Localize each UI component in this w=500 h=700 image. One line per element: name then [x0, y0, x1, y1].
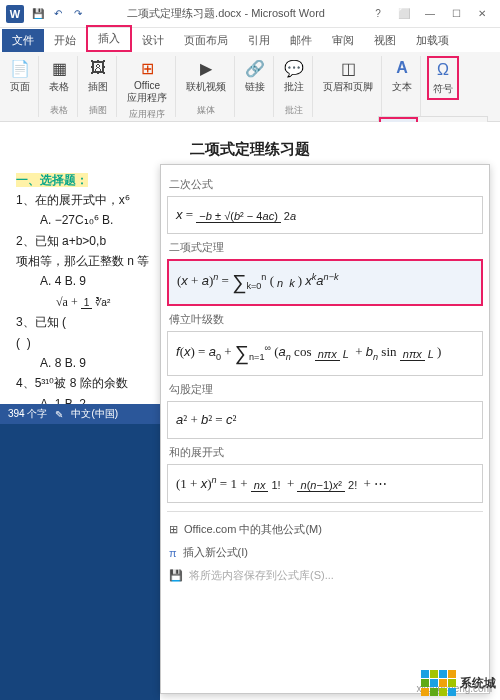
office-apps-button[interactable]: ⊞Office 应用程序	[123, 56, 171, 107]
picture-icon: 🖼	[88, 58, 108, 78]
text-button[interactable]: A文本	[388, 56, 416, 96]
tab-mail[interactable]: 邮件	[280, 29, 322, 52]
group-label: 插图	[89, 104, 107, 117]
eq-fourier[interactable]: f(x) = a0 + ∑n=1∞ (an cos nπxL + bn sin …	[167, 331, 483, 376]
more-equations-office[interactable]: ⊞Office.com 中的其他公式(M)	[167, 518, 483, 541]
header-footer-button[interactable]: ◫页眉和页脚	[319, 56, 377, 96]
tab-file[interactable]: 文件	[2, 29, 44, 52]
eq-gallery-footer: ⊞Office.com 中的其他公式(M) π插入新公式(I) 💾将所选内容保存…	[167, 511, 483, 587]
minimize-icon[interactable]: —	[418, 5, 442, 23]
group-pages: 📄页面	[2, 56, 39, 117]
link-icon: 🔗	[245, 58, 265, 78]
table-button[interactable]: ▦表格	[45, 56, 73, 96]
tab-review[interactable]: 审阅	[322, 29, 364, 52]
video-icon: ▶	[196, 58, 216, 78]
save-icon: 💾	[169, 569, 183, 582]
group-apps: ⊞Office 应用程序 应用程序	[119, 56, 176, 117]
eq-category-pythag: 勾股定理	[169, 382, 481, 397]
table-icon: ▦	[49, 58, 69, 78]
app-background	[0, 424, 160, 700]
eq-expansion[interactable]: (1 + x)n = 1 + nx1! + n(n−1)x²2! + ⋯	[167, 464, 483, 503]
equation-gallery: 二次公式 x = −b ± √(b² − 4ac)2a 二项式定理 (x + a…	[160, 164, 490, 694]
comment-icon: 💬	[284, 58, 304, 78]
online-video-button[interactable]: ▶联机视频	[182, 56, 230, 96]
help-icon[interactable]: ?	[366, 5, 390, 23]
page-title: 二项式定理练习题	[16, 136, 484, 162]
group-label: 批注	[285, 104, 303, 117]
status-bar: 394 个字 ✎ 中文(中国)	[0, 404, 160, 424]
group-tables: ▦表格 表格	[41, 56, 78, 117]
group-text: A文本	[384, 56, 421, 117]
quick-access-toolbar: 💾 ↶ ↷	[30, 6, 86, 22]
redo-icon[interactable]: ↷	[70, 6, 86, 22]
office-icon: ⊞	[169, 523, 178, 536]
close-icon[interactable]: ✕	[470, 5, 494, 23]
save-icon[interactable]: 💾	[30, 6, 46, 22]
maximize-icon[interactable]: ☐	[444, 5, 468, 23]
illus-button[interactable]: 🖼插图	[84, 56, 112, 96]
page-icon: 📄	[10, 58, 30, 78]
ribbon-display-icon[interactable]: ⬜	[392, 5, 416, 23]
comment-button[interactable]: 💬批注	[280, 56, 308, 96]
language[interactable]: 中文(中国)	[71, 407, 118, 421]
eq-pythag[interactable]: a² + b² = c²	[167, 401, 483, 439]
proofing-icon[interactable]: ✎	[55, 409, 63, 420]
group-comments: 💬批注 批注	[276, 56, 313, 117]
tab-design[interactable]: 设计	[132, 29, 174, 52]
section-heading: 一、选择题：	[16, 173, 88, 187]
eq-category-fourier: 傅立叶级数	[169, 312, 481, 327]
pi-icon: π	[169, 547, 177, 559]
eq-category-quadratic: 二次公式	[169, 177, 481, 192]
group-label: 表格	[50, 104, 68, 117]
text-icon: A	[392, 58, 412, 78]
group-illustrations: 🖼插图 插图	[80, 56, 117, 117]
ribbon-tabs: 文件 开始 插入 设计 页面布局 引用 邮件 审阅 视图 加载项	[0, 28, 500, 52]
group-media: ▶联机视频 媒体	[178, 56, 235, 117]
apps-icon: ⊞	[137, 58, 157, 78]
logo-squares-icon	[421, 670, 456, 696]
insert-new-equation[interactable]: π插入新公式(I)	[167, 541, 483, 564]
eq-category-expansion: 和的展开式	[169, 445, 481, 460]
group-links: 🔗链接	[237, 56, 274, 117]
eq-quadratic[interactable]: x = −b ± √(b² − 4ac)2a	[167, 196, 483, 234]
group-label: 媒体	[197, 104, 215, 117]
ribbon: 📄页面 ▦表格 表格 🖼插图 插图 ⊞Office 应用程序 应用程序 ▶联机视…	[0, 52, 500, 122]
tab-addin[interactable]: 加载项	[406, 29, 459, 52]
word-icon: W	[6, 5, 24, 23]
symbol-button[interactable]: Ω符号	[427, 56, 459, 100]
save-to-gallery: 💾将所选内容保存到公式库(S)...	[167, 564, 483, 587]
window-controls: ? ⬜ — ☐ ✕	[366, 5, 494, 23]
tab-view[interactable]: 视图	[364, 29, 406, 52]
omega-icon: Ω	[433, 60, 453, 80]
word-count[interactable]: 394 个字	[8, 407, 47, 421]
logo-text: 系统城	[460, 675, 496, 692]
tab-layout[interactable]: 页面布局	[174, 29, 238, 52]
group-label: 应用程序	[129, 108, 165, 121]
eq-binomial[interactable]: (x + a)n = ∑k=0n (nk) xkan−k	[167, 259, 483, 306]
eq-category-binomial: 二项式定理	[169, 240, 481, 255]
window-title: 二项式定理练习题.docx - Microsoft Word	[86, 6, 366, 21]
logo-corner: 系统城	[421, 670, 496, 696]
links-button[interactable]: 🔗链接	[241, 56, 269, 96]
titlebar: W 💾 ↶ ↷ 二项式定理练习题.docx - Microsoft Word ?…	[0, 0, 500, 28]
tab-insert[interactable]: 插入	[86, 25, 132, 52]
group-symbols: Ω符号	[423, 56, 463, 117]
group-header-footer: ◫页眉和页脚	[315, 56, 382, 117]
pages-button[interactable]: 📄页面	[6, 56, 34, 96]
header-icon: ◫	[338, 58, 358, 78]
undo-icon[interactable]: ↶	[50, 6, 66, 22]
tab-ref[interactable]: 引用	[238, 29, 280, 52]
tab-start[interactable]: 开始	[44, 29, 86, 52]
